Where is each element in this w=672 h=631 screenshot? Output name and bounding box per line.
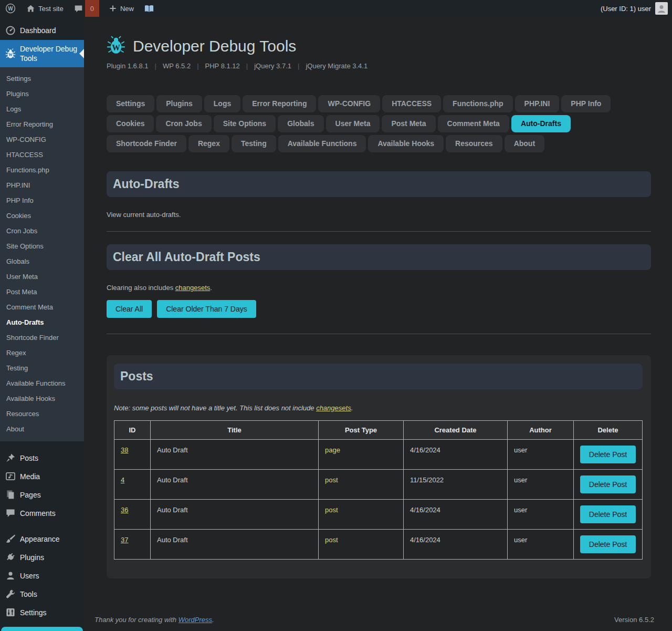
site-name: Test site bbox=[38, 5, 64, 13]
sidebar-subitem-cookies[interactable]: Cookies bbox=[0, 208, 84, 223]
sidebar-item-label: Developer Debug Tools bbox=[20, 44, 80, 63]
sidebar-subitem-functions-php[interactable]: Functions.php bbox=[0, 162, 84, 178]
jquery-version: jQuery 3.7.1 bbox=[254, 62, 291, 70]
post-type-cell: post bbox=[319, 530, 404, 560]
sidebar-item-posts[interactable]: Posts bbox=[0, 449, 84, 467]
sidebar-item-comments[interactable]: Comments bbox=[0, 504, 84, 522]
autodrafts-section-header: Auto-Drafts bbox=[107, 171, 651, 197]
sidebar-subitem-about[interactable]: About bbox=[0, 421, 84, 437]
tab-cookies[interactable]: Cookies bbox=[107, 115, 154, 132]
site-link[interactable]: Test site bbox=[21, 0, 69, 17]
sidebar-subitem-error-reporting[interactable]: Error Reporting bbox=[0, 117, 84, 132]
wrench-icon bbox=[5, 589, 16, 599]
comments-menu[interactable] bbox=[69, 0, 85, 17]
new-menu[interactable]: New bbox=[103, 0, 139, 17]
post-id-link[interactable]: 38 bbox=[121, 446, 128, 454]
changesets-link[interactable]: changesets bbox=[316, 404, 351, 412]
book-icon bbox=[144, 5, 154, 13]
tab-regex[interactable]: Regex bbox=[188, 135, 229, 152]
delete-post-button[interactable]: Delete Post bbox=[580, 535, 636, 553]
user-account-label[interactable]: (User ID: 1) user bbox=[601, 5, 651, 13]
sidebar-subitem-site-options[interactable]: Site Options bbox=[0, 239, 84, 254]
tab-available-functions[interactable]: Available Functions bbox=[278, 135, 366, 152]
tab-testing[interactable]: Testing bbox=[232, 135, 276, 152]
delete-post-button[interactable]: Delete Post bbox=[580, 446, 636, 463]
sidebar-item-tools[interactable]: Tools bbox=[0, 585, 84, 603]
user-icon bbox=[5, 571, 16, 581]
tab-about[interactable]: About bbox=[505, 135, 544, 152]
tab-comment-meta[interactable]: Comment Meta bbox=[438, 115, 509, 132]
sidebar-subitem-php-info[interactable]: PHP Info bbox=[0, 193, 84, 208]
tab-resources[interactable]: Resources bbox=[446, 135, 502, 152]
tab-htaccess[interactable]: HTACCESS bbox=[382, 95, 441, 112]
sidebar-subitem-comment-meta[interactable]: Comment Meta bbox=[0, 299, 84, 315]
delete-post-button[interactable]: Delete Post bbox=[580, 475, 636, 493]
sidebar-subitem-post-meta[interactable]: Post Meta bbox=[0, 284, 84, 299]
sidebar-item-label: Tools bbox=[20, 589, 37, 599]
tab-settings[interactable]: Settings bbox=[107, 95, 154, 112]
sidebar-subitem-shortcode-finder[interactable]: Shortcode Finder bbox=[0, 330, 84, 345]
tab-plugins[interactable]: Plugins bbox=[156, 95, 202, 112]
sidebar-item-dashboard[interactable]: Dashboard bbox=[0, 21, 84, 40]
avatar-person-icon bbox=[656, 3, 667, 14]
sidebar-subitem-globals[interactable]: Globals bbox=[0, 254, 84, 269]
avatar[interactable] bbox=[655, 2, 668, 15]
sidebar-item-settings[interactable]: Settings bbox=[0, 603, 84, 622]
tab-available-hooks[interactable]: Available Hooks bbox=[368, 135, 444, 152]
column-header-post-type: Post Type bbox=[319, 421, 404, 440]
sidebar-subitem-cron-jobs[interactable]: Cron Jobs bbox=[0, 223, 84, 239]
comment-count-badge[interactable]: 0 bbox=[85, 0, 99, 17]
post-id-link[interactable]: 37 bbox=[121, 536, 128, 544]
clear-older-button[interactable]: Clear Older Than 7 Days bbox=[157, 300, 256, 318]
tab-site-options[interactable]: Site Options bbox=[214, 115, 276, 132]
tab-post-meta[interactable]: Post Meta bbox=[382, 115, 435, 132]
wp-logo-menu[interactable]: W bbox=[0, 0, 21, 17]
tab-error-reporting[interactable]: Error Reporting bbox=[243, 95, 316, 112]
post-id-link[interactable]: 36 bbox=[121, 506, 128, 514]
tab-globals[interactable]: Globals bbox=[278, 115, 323, 132]
wordpress-link[interactable]: WordPress bbox=[178, 616, 212, 624]
sidebar-item-developer-debug-tools[interactable]: W Developer Debug Tools bbox=[0, 40, 84, 67]
post-title-cell: Auto Draft bbox=[151, 470, 319, 500]
sidebar-subitem-wp-config[interactable]: WP-CONFIG bbox=[0, 132, 84, 147]
tab-logs[interactable]: Logs bbox=[204, 95, 240, 112]
sidebar-item-plugins[interactable]: Plugins bbox=[0, 548, 84, 566]
tab-shortcode-finder[interactable]: Shortcode Finder bbox=[107, 135, 186, 152]
sidebar-subitem-plugins[interactable]: Plugins bbox=[0, 86, 84, 101]
sidebar-subitem-logs[interactable]: Logs bbox=[0, 101, 84, 117]
sidebar-item-label: Posts bbox=[20, 453, 38, 463]
sidebar-subitem-user-meta[interactable]: User Meta bbox=[0, 269, 84, 284]
docs-menu[interactable] bbox=[139, 0, 159, 17]
sidebar-item-users[interactable]: Users bbox=[0, 566, 84, 585]
sidebar-item-appearance[interactable]: Appearance bbox=[0, 530, 84, 548]
sidebar-subitem-regex[interactable]: Regex bbox=[0, 345, 84, 360]
sidebar-subitem-settings[interactable]: Settings bbox=[0, 71, 84, 86]
sidebar-subitem-php-ini[interactable]: PHP.INI bbox=[0, 178, 84, 193]
post-type-cell: post bbox=[319, 470, 404, 500]
tab-functions-php[interactable]: Functions.php bbox=[443, 95, 512, 112]
tab-php-ini[interactable]: PHP.INI bbox=[515, 95, 560, 112]
sidebar-subitem-testing[interactable]: Testing bbox=[0, 360, 84, 376]
tab-auto-drafts[interactable]: Auto-Drafts bbox=[511, 115, 571, 132]
tab-user-meta[interactable]: User Meta bbox=[326, 115, 380, 132]
clear-all-button[interactable]: Clear All bbox=[107, 300, 152, 318]
post-title-cell: Auto Draft bbox=[151, 440, 319, 470]
post-id-link[interactable]: 4 bbox=[121, 476, 124, 484]
tab-php-info[interactable]: PHP Info bbox=[561, 95, 611, 112]
table-row: 37Auto Draftpost4/16/2024userDelete Post bbox=[114, 530, 643, 560]
sidebar-subitem-resources[interactable]: Resources bbox=[0, 406, 84, 421]
changesets-link[interactable]: changesets bbox=[175, 284, 211, 292]
table-header-row: IDTitlePost TypeCreated DateAuthorDelete bbox=[114, 421, 643, 440]
sidebar-subitem-available-hooks[interactable]: Available Hooks bbox=[0, 391, 84, 406]
sidebar-item-pages[interactable]: Pages bbox=[0, 485, 84, 504]
sidebar-subitem-htaccess[interactable]: HTACCESS bbox=[0, 147, 84, 162]
sidebar-subitem-auto-drafts[interactable]: Auto-Drafts bbox=[0, 315, 84, 330]
sidebar-subitem-available-functions[interactable]: Available Functions bbox=[0, 376, 84, 391]
sidebar-item-media[interactable]: Media bbox=[0, 467, 84, 485]
delete-post-button[interactable]: Delete Post bbox=[580, 505, 636, 523]
author-cell: user bbox=[508, 530, 574, 560]
collapse-menu-button[interactable]: Collapse menu bbox=[1, 627, 83, 631]
tab-wp-config[interactable]: WP-CONFIG bbox=[318, 95, 380, 112]
admin-sidebar: Dashboard W Developer Debug Tools Settin… bbox=[0, 17, 84, 631]
tab-cron-jobs[interactable]: Cron Jobs bbox=[156, 115, 211, 132]
